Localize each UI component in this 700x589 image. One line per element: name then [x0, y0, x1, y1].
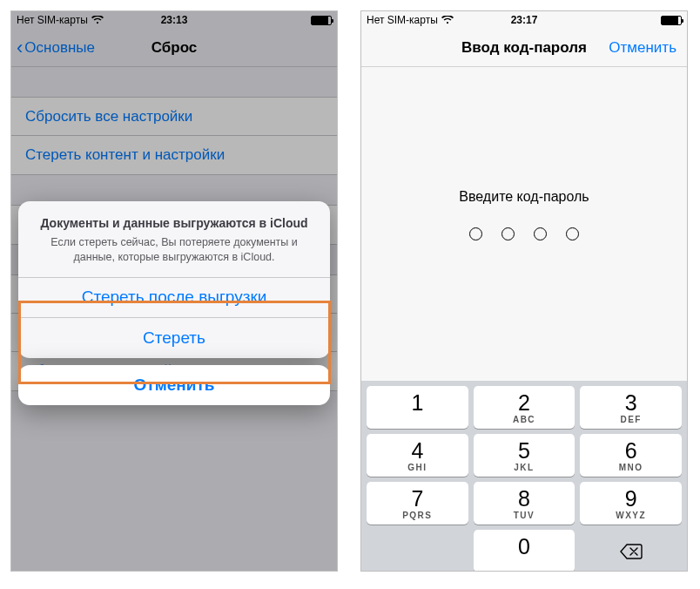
nav-bar: ‹Основные Сброс [11, 29, 337, 67]
key-blank [367, 530, 468, 572]
sheet-cancel-button[interactable]: Отменить [18, 365, 330, 405]
passcode-prompt: Введите код-пароль [459, 189, 589, 205]
chevron-left-icon: ‹ [17, 38, 23, 58]
reset-all-settings-row[interactable]: Сбросить все настройки [11, 98, 337, 136]
erase-content-row[interactable]: Стереть контент и настройки [11, 136, 337, 174]
passcode-dot [566, 227, 579, 240]
nav-bar: Ввод код-пароля Отменить [361, 29, 687, 67]
nav-title: Ввод код-пароля [461, 39, 587, 57]
passcode-dot [534, 227, 547, 240]
passcode-area: Введите код-пароль [361, 67, 687, 396]
battery-icon [311, 16, 332, 25]
cancel-button[interactable]: Отменить [609, 39, 676, 57]
clock-text: 23:13 [11, 14, 337, 26]
key-0[interactable]: 0 [474, 530, 575, 572]
backspace-icon [620, 544, 643, 559]
passcode-dot [469, 227, 482, 240]
key-delete[interactable] [580, 530, 682, 572]
key-8[interactable]: 8TUV [474, 482, 575, 525]
status-bar: Нет SIM-карты 23:17 [361, 11, 687, 29]
back-button[interactable]: ‹Основные [17, 38, 95, 58]
sheet-title: Документы и данные выгружаются в iCloud [34, 215, 314, 232]
phone-passcode-screen: Нет SIM-карты 23:17 Ввод код-пароля Отме… [360, 10, 688, 572]
erase-now-button[interactable]: Стереть [18, 318, 330, 358]
action-sheet: Документы и данные выгружаются в iCloud … [11, 201, 337, 405]
erase-after-upload-button[interactable]: Стереть после выгрузки [18, 278, 330, 318]
passcode-dot [501, 227, 515, 240]
nav-title: Сброс [151, 39, 198, 57]
key-6[interactable]: 6MNO [580, 434, 682, 477]
numeric-keypad: 1 2ABC 3DEF 4GHI 5JKL 6MNO 7PQRS 8TUV 9W… [361, 381, 687, 571]
passcode-dots [469, 227, 579, 240]
phone-reset-screen: Нет SIM-карты 23:13 ‹Основные Сброс Сбро… [10, 10, 338, 572]
key-2[interactable]: 2ABC [474, 386, 575, 429]
key-5[interactable]: 5JKL [474, 434, 575, 477]
key-1[interactable]: 1 [367, 386, 468, 429]
battery-icon [661, 16, 682, 25]
key-7[interactable]: 7PQRS [367, 482, 468, 525]
key-3[interactable]: 3DEF [580, 386, 682, 429]
key-4[interactable]: 4GHI [367, 434, 468, 477]
key-9[interactable]: 9WXYZ [580, 482, 682, 525]
sheet-message: Если стереть сейчас, Вы потеряете докуме… [34, 235, 314, 265]
status-bar: Нет SIM-карты 23:13 [11, 11, 337, 29]
clock-text: 23:17 [361, 14, 687, 26]
